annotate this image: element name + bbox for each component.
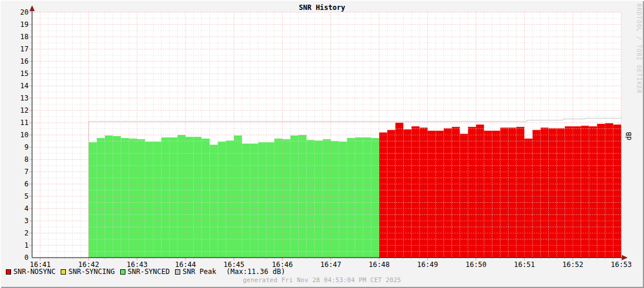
x-tick-label: 16:52 [562,261,583,269]
generated-timestamp: generated Fri Nov 28 04:53:04 PM CET 202… [0,276,644,283]
plot-area: 0123456789101112131415161718192016:4116:… [0,0,644,288]
y-tick-label: 19 [20,20,29,29]
y-tick-label: 6 [24,180,29,188]
x-tick-label: 16:53 [611,261,632,269]
legend-color-syncing-icon [61,269,66,275]
legend-label-peak: SNR Peak [183,268,216,276]
y-tick-label: 10 [20,131,29,139]
rrdtool-snr-graph: SNR History 0123456789101112131415161718… [0,0,644,288]
y-tick-label: 0 [24,254,29,262]
legend-color-nosync-icon [6,269,11,275]
y-tick-label: 12 [20,106,29,114]
x-tick-label: 16:49 [417,261,438,269]
y-tick-label: 17 [20,45,29,53]
y-tick-label: 5 [24,192,29,200]
y-tick-label: 11 [20,119,29,127]
legend-label-synced: SNR-SYNCED [128,268,170,276]
y-tick-label: 16 [20,57,29,65]
legend-max-label: (Max:11.36 dB) [226,268,285,276]
y-axis-arrow-icon [30,5,35,11]
legend-color-synced-icon [120,269,125,275]
x-axis-arrow-icon [622,255,628,261]
y-tick-label: 2 [24,229,29,237]
legend-label-nosync: SNR-NOSYNC [13,268,55,276]
x-tick-label: 16:48 [369,261,390,269]
legend: SNR-NOSYNC SNR-SYNCING SNR-SYNCED SNR Pe… [6,268,285,276]
x-tick-label: 16:47 [320,261,341,269]
rrdtool-watermark: RRDTOOL / TOBI OETIKER [636,4,642,93]
right-axis-label: dB [621,129,636,143]
x-tick-label: 16:50 [466,261,487,269]
y-tick-label: 1 [24,241,29,249]
y-tick-label: 9 [24,143,29,151]
y-tick-label: 13 [20,94,29,102]
legend-color-peak-icon [175,269,180,275]
x-tick-label: 16:51 [514,261,535,269]
y-tick-label: 14 [20,82,29,90]
y-tick-label: 4 [24,204,29,213]
y-tick-label: 3 [24,217,29,225]
y-tick-label: 20 [20,8,29,16]
y-tick-label: 8 [24,155,29,164]
y-tick-label: 15 [20,70,29,78]
y-tick-label: 7 [24,168,29,176]
legend-label-syncing: SNR-SYNCING [68,268,114,276]
y-tick-label: 18 [20,33,29,41]
